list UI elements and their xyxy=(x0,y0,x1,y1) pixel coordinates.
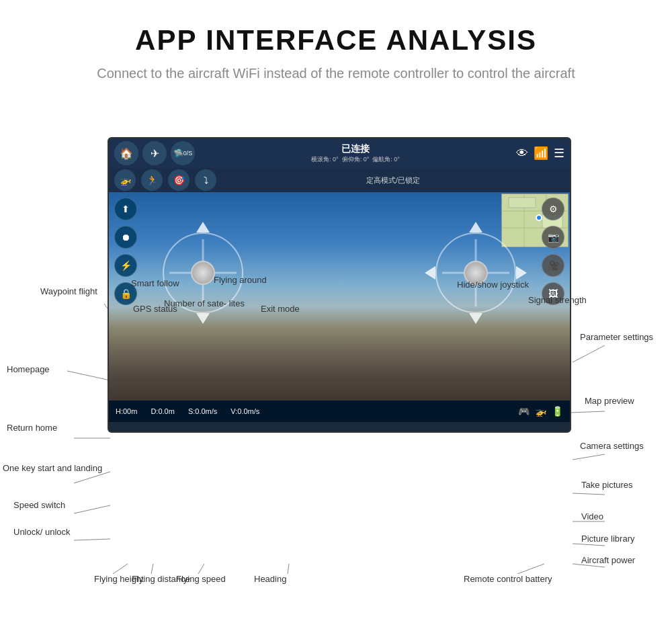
joystick-right-right-arrow xyxy=(516,266,527,280)
label-exit-mode: Exit mode xyxy=(261,304,300,315)
orbit-btn: 🎯 xyxy=(168,169,190,191)
page-subtitle: Connect to the aircraft WiFi instead of … xyxy=(0,63,672,83)
top-bar: 🏠 ✈ 🛸0/S 已连接 横滚角: 0° 俯仰角: 0° 偏航角: 0° 👁 📶… xyxy=(109,138,570,168)
svg-line-9 xyxy=(573,345,605,362)
wifi-icon: 📶 xyxy=(534,146,548,161)
joystick-right-up-arrow xyxy=(469,222,482,233)
altitude-mode-text: 定高模式/已锁定 xyxy=(222,175,564,185)
page-title: APP INTERFACE ANALYSIS xyxy=(0,0,672,63)
joystick-left-knob xyxy=(191,261,215,285)
svg-line-24 xyxy=(517,564,544,574)
svg-line-16 xyxy=(74,539,110,540)
homepage-icon: 🏠 xyxy=(114,141,138,165)
label-one-key-start: One key start and landing xyxy=(3,463,102,474)
vertical-stat: V:0.0m/s xyxy=(230,407,259,415)
menu-icon: ☰ xyxy=(554,146,564,161)
take-pictures-btn: 📷 xyxy=(542,226,564,249)
label-hide-joystick: Hide/show joystick xyxy=(457,280,529,291)
battery-icon: 🔋 xyxy=(552,406,563,417)
label-homepage: Homepage xyxy=(7,364,50,376)
svg-line-0 xyxy=(67,371,110,380)
center-info: 已连接 横滚角: 0° 俯仰角: 0° 偏航角: 0° xyxy=(199,143,512,164)
speed-switch-btn: ⚡ xyxy=(114,254,137,277)
second-bar: 🚁 🏃 🎯 ⤵ 定高模式/已锁定 xyxy=(109,168,570,192)
top-bar-right-icons: 👁 📶 ☰ xyxy=(516,146,564,161)
joystick-right-down-arrow xyxy=(469,313,482,324)
label-return-home: Return home xyxy=(7,423,57,434)
right-joystick xyxy=(422,219,530,327)
svg-line-21 xyxy=(151,564,153,574)
svg-line-13 xyxy=(573,454,605,460)
video-btn: 🎥 xyxy=(542,254,564,277)
label-take-pictures: Take pictures xyxy=(581,480,633,491)
label-map-preview: Map preview xyxy=(585,396,634,407)
svg-line-22 xyxy=(198,564,204,574)
return-home-btn: ⬆ xyxy=(114,198,137,220)
svg-line-11 xyxy=(571,411,605,413)
label-unlock: Unlock/ unlock xyxy=(13,527,71,538)
flight-area: ⬆ ⏺ ⚡ 🔒 ⚙ 📷 🎥 🖼 xyxy=(109,192,570,401)
right-side-buttons: ⚙ 📷 🎥 🖼 xyxy=(542,198,564,305)
label-smart-follow: Smart follow xyxy=(131,278,179,290)
rc-icon: 🎮 xyxy=(518,406,530,417)
diagram-wrapper: 🏠 ✈ 🛸0/S 已连接 横滚角: 0° 俯仰角: 0° 偏航角: 0° 👁 📶… xyxy=(0,103,672,574)
height-stat: H:00m xyxy=(116,407,137,415)
exit-btn: ⤵ xyxy=(195,169,216,191)
label-waypoint-flight: Waypoint flight xyxy=(40,286,97,298)
joystick-right-left-arrow xyxy=(425,266,435,280)
label-parameter-settings: Parameter settings xyxy=(580,332,653,343)
connected-text: 已连接 xyxy=(341,143,370,155)
drone-icon: 🚁 xyxy=(535,406,546,417)
joystick-left-down-arrow xyxy=(196,313,210,324)
label-picture-library: Picture library xyxy=(581,534,634,545)
label-camera-settings: Camera settings xyxy=(580,441,644,452)
angle-info: 横滚角: 0° 俯仰角: 0° 偏航角: 0° xyxy=(311,155,400,164)
label-num-satellites: Number of sate- lites xyxy=(164,298,245,310)
svg-rect-30 xyxy=(509,198,536,208)
label-remote-battery: Remote control battery xyxy=(464,574,552,585)
speed-stat: S:0.0m/s xyxy=(188,407,217,415)
label-flying-around: Flying around xyxy=(214,275,267,286)
follow-btn: 🏃 xyxy=(141,169,163,191)
label-signal-strength: Signal strength xyxy=(528,295,587,306)
svg-line-23 xyxy=(288,564,289,574)
camera-settings-btn: ⚙ xyxy=(542,198,564,220)
label-heading: Heading xyxy=(254,574,286,585)
joystick-left-up-arrow xyxy=(196,222,210,233)
eye-icon: 👁 xyxy=(516,146,528,161)
waypoint-icon: ✈ xyxy=(142,141,167,165)
svg-line-14 xyxy=(74,505,110,513)
label-aircraft-power: Aircraft power xyxy=(581,555,635,567)
label-video: Video xyxy=(581,511,603,523)
bottom-icons: 🎮 🚁 🔋 xyxy=(518,406,563,417)
label-speed-switch: Speed switch xyxy=(13,500,65,511)
gps-icon: 🛸0/S xyxy=(171,141,195,165)
distance-stat: D:0.0m xyxy=(151,407,174,415)
svg-line-20 xyxy=(113,564,128,574)
svg-line-15 xyxy=(573,493,605,495)
one-key-start-btn: ⏺ xyxy=(114,226,137,249)
bottom-status-bar: H:00m D:0.0m S:0.0m/s V:0.0m/s 🎮 🚁 🔋 xyxy=(109,401,570,422)
drone-mode-btn: 🚁 xyxy=(114,169,136,191)
label-flying-speed: Flying speed xyxy=(176,574,226,585)
